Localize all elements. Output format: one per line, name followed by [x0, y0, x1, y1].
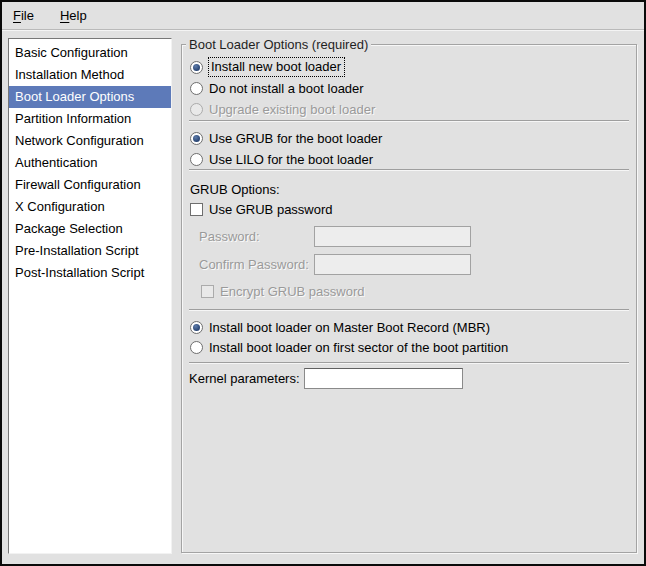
radio-row-install-first-sector[interactable]: Install boot loader on first sector of t…: [190, 337, 508, 357]
radio-label-upgrade-existing: Upgrade existing boot loader: [209, 102, 375, 117]
boot-loader-options-frame: Boot Loader Options (required) Install n…: [181, 44, 637, 553]
sidebar-item-authentication[interactable]: Authentication: [9, 152, 171, 174]
frame-title: Boot Loader Options (required): [186, 36, 371, 53]
kickstart-configurator-window: File Help Basic Configuration Installati…: [0, 0, 646, 566]
menu-file-mnemonic: F: [13, 8, 21, 23]
separator: [189, 362, 629, 364]
checkbox-icon: [201, 285, 214, 298]
sidebar-item-package-selection[interactable]: Package Selection: [9, 218, 171, 240]
separator: [189, 309, 629, 311]
radio-row-use-grub[interactable]: Use GRUB for the boot loader: [190, 128, 382, 148]
sidebar-item-firewall-configuration[interactable]: Firewall Configuration: [9, 174, 171, 196]
radio-row-use-lilo[interactable]: Use LILO for the boot loader: [190, 149, 373, 169]
radio-label-install-first-sector: Install boot loader on first sector of t…: [209, 340, 508, 355]
radio-button-icon[interactable]: [190, 153, 203, 166]
kernel-parameters-label: Kernel parameters:: [189, 368, 300, 389]
radio-label-install-new: Install new boot loader: [209, 58, 344, 76]
radio-button-icon[interactable]: [190, 341, 203, 354]
radio-button-icon[interactable]: [190, 132, 203, 145]
sidebar-item-x-configuration[interactable]: X Configuration: [9, 196, 171, 218]
grub-options-heading: GRUB Options:: [190, 182, 280, 197]
password-label: Password:: [199, 226, 260, 247]
menu-help[interactable]: Help: [54, 3, 93, 29]
separator: [189, 120, 629, 122]
radio-button-icon[interactable]: [190, 321, 203, 334]
separator: [189, 169, 629, 171]
menu-file[interactable]: File: [7, 3, 40, 29]
checkbox-row-encrypt-grub-password: Encrypt GRUB password: [201, 281, 365, 301]
radio-row-upgrade-existing: Upgrade existing boot loader: [190, 99, 375, 119]
checkbox-icon[interactable]: [190, 203, 203, 216]
confirm-password-label: Confirm Password:: [199, 254, 309, 275]
sidebar-item-pre-installation-script[interactable]: Pre-Installation Script: [9, 240, 171, 262]
sidebar-item-boot-loader-options[interactable]: Boot Loader Options: [9, 86, 171, 108]
menu-help-mnemonic: H: [60, 8, 69, 23]
checkbox-label-encrypt-grub-password: Encrypt GRUB password: [220, 284, 365, 299]
sidebar-item-network-configuration[interactable]: Network Configuration: [9, 130, 171, 152]
radio-label-use-grub: Use GRUB for the boot loader: [209, 131, 382, 146]
radio-row-do-not-install[interactable]: Do not install a boot loader: [190, 78, 364, 98]
radio-button-icon: [190, 103, 203, 116]
confirm-password-input[interactable]: [314, 254, 471, 275]
radio-button-icon[interactable]: [190, 82, 203, 95]
radio-label-install-mbr: Install boot loader on Master Boot Recor…: [209, 320, 490, 335]
sidebar-item-partition-information[interactable]: Partition Information: [9, 108, 171, 130]
radio-label-do-not-install: Do not install a boot loader: [209, 81, 364, 96]
checkbox-row-use-grub-password[interactable]: Use GRUB password: [190, 199, 333, 219]
sidebar-item-basic-configuration[interactable]: Basic Configuration: [9, 42, 171, 64]
menu-file-label: ile: [21, 8, 34, 23]
kernel-parameters-input[interactable]: [304, 368, 463, 389]
category-list: Basic Configuration Installation Method …: [8, 38, 172, 554]
password-input[interactable]: [314, 226, 471, 247]
radio-button-icon[interactable]: [190, 61, 203, 74]
menubar: File Help: [2, 2, 644, 30]
sidebar-item-installation-method[interactable]: Installation Method: [9, 64, 171, 86]
radio-row-install-new[interactable]: Install new boot loader: [190, 57, 344, 77]
radio-label-use-lilo: Use LILO for the boot loader: [209, 152, 373, 167]
sidebar-item-post-installation-script[interactable]: Post-Installation Script: [9, 262, 171, 284]
menu-help-label: elp: [69, 8, 86, 23]
radio-row-install-mbr[interactable]: Install boot loader on Master Boot Recor…: [190, 317, 490, 337]
checkbox-label-use-grub-password: Use GRUB password: [209, 202, 333, 217]
grub-options-heading-row: GRUB Options:: [190, 179, 280, 199]
